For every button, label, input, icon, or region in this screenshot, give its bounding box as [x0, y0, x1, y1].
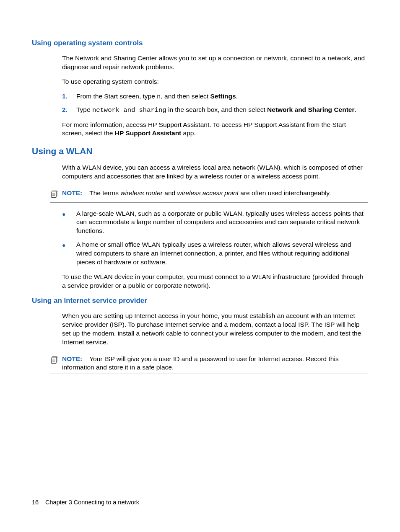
- note-label: NOTE:: [62, 355, 82, 362]
- italic-fragment: wireless router: [120, 189, 163, 196]
- text-fragment: , and then select: [161, 93, 210, 100]
- bullet-icon: ●: [62, 209, 76, 236]
- heading-isp: Using an Internet service provider: [32, 296, 368, 306]
- text-fragment: in the search box, and then select: [166, 106, 267, 113]
- note-text: NOTE: Your ISP will give you a user ID a…: [62, 355, 368, 372]
- step-text: Type network and sharing in the search b…: [76, 106, 368, 115]
- italic-fragment: wireless access point: [177, 189, 239, 196]
- bullet-icon: ●: [62, 240, 76, 267]
- note-label: NOTE:: [62, 189, 82, 196]
- wlan-tail: To use the WLAN device in your computer,…: [62, 273, 368, 290]
- step-2: 2. Type network and sharing in the searc…: [62, 106, 368, 115]
- text-fragment: .: [355, 106, 356, 113]
- bold-fragment: Network and Sharing Center: [267, 106, 354, 113]
- text-fragment: are often used interchangeably.: [239, 189, 331, 196]
- svg-rect-4: [52, 358, 57, 363]
- step-number: 1.: [62, 92, 76, 101]
- text-fragment: Your ISP will give you a user ID and a p…: [62, 355, 339, 371]
- os-controls-lead: To use operating system controls:: [62, 77, 368, 86]
- code-fragment: network and sharing: [92, 106, 166, 114]
- chapter-label: Chapter 3 Connecting to a network: [45, 499, 139, 506]
- note-wlan: NOTE: The terms wireless router and wire…: [50, 187, 368, 203]
- heading-wlan: Using a WLAN: [32, 145, 368, 157]
- os-controls-more: For more information, access HP Support …: [62, 121, 368, 138]
- list-item: ● A large-scale WLAN, such as a corporat…: [62, 209, 368, 236]
- step-1: 1. From the Start screen, type n, and th…: [62, 92, 368, 101]
- text-fragment: and: [163, 189, 177, 196]
- text-fragment: Type: [76, 106, 92, 113]
- heading-os-controls: Using operating system controls: [32, 39, 368, 48]
- bold-fragment: Settings: [210, 93, 236, 100]
- text-fragment: .: [236, 93, 238, 100]
- note-text: NOTE: The terms wireless router and wire…: [62, 189, 368, 198]
- list-text: A large-scale WLAN, such as a corporate …: [76, 209, 368, 236]
- svg-rect-0: [52, 192, 57, 197]
- os-controls-intro: The Network and Sharing Center allows yo…: [62, 54, 368, 72]
- text-fragment: app.: [181, 129, 195, 137]
- text-fragment: For more information, access HP Support …: [62, 121, 346, 137]
- note-isp: NOTE: Your ISP will give you a user ID a…: [50, 353, 368, 374]
- bold-fragment: HP Support Assistant: [115, 129, 181, 137]
- text-fragment: The terms: [89, 189, 120, 196]
- step-number: 2.: [62, 106, 76, 115]
- page-number: 16: [32, 498, 44, 507]
- isp-intro: When you are setting up Internet access …: [62, 312, 368, 347]
- text-fragment: From the Start screen, type: [76, 93, 157, 100]
- list-item: ● A home or small office WLAN typically …: [62, 240, 368, 267]
- page-footer: 16 Chapter 3 Connecting to a network: [32, 498, 139, 507]
- note-icon: [50, 355, 60, 367]
- wlan-intro: With a WLAN device, you can access a wir…: [62, 163, 368, 181]
- note-icon: [50, 189, 60, 201]
- list-text: A home or small office WLAN typically us…: [76, 240, 368, 267]
- step-text: From the Start screen, type n, and then …: [76, 92, 368, 101]
